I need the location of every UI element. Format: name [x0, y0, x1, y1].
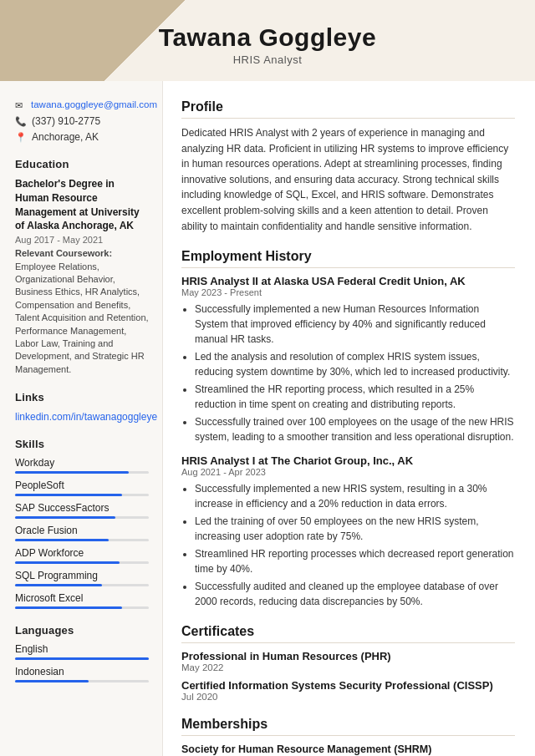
language-item: Indonesian: [15, 666, 149, 682]
skills-title: Skills: [15, 438, 149, 450]
job-title: HRIS Analyst II at Alaska USA Federal Cr…: [181, 275, 515, 287]
phone-icon: 📞: [15, 116, 27, 127]
email-icon: ✉: [15, 100, 26, 111]
skill-name: SQL Programming: [15, 570, 149, 581]
certificates-section: Certificates Professional in Human Resou…: [181, 624, 515, 702]
skill-bar-bg: [15, 539, 149, 541]
links-section: Links linkedin.com/in/tawanagoggleye: [15, 391, 149, 423]
skill-name: PeopleSoft: [15, 479, 149, 491]
cert-name: Professional in Human Resources (PHR): [181, 650, 515, 662]
skill-item: ADP Workforce: [15, 547, 149, 564]
language-item: English: [15, 643, 149, 660]
coursework-label: Relevant Coursework:: [15, 248, 112, 258]
skill-bar-bg: [15, 584, 149, 586]
cert-name: Certified Information Systems Security P…: [181, 679, 515, 692]
skill-bar-fill: [15, 561, 120, 564]
certs-list: Professional in Human Resources (PHR) Ma…: [181, 650, 515, 702]
memberships-title: Memberships: [181, 717, 515, 736]
memberships-section: Memberships Society for Human Resource M…: [181, 717, 515, 756]
language-bar-fill: [15, 657, 149, 660]
job-bullet: Led the analysis and resolution of compl…: [195, 349, 515, 379]
job-dates: May 2023 - Present: [181, 287, 515, 297]
skill-item: Oracle Fusion: [15, 525, 149, 541]
skill-bar-fill: [15, 516, 115, 519]
jobs-list: HRIS Analyst II at Alaska USA Federal Cr…: [181, 275, 515, 609]
phone-text: (337) 910-2775: [32, 115, 100, 127]
skill-item: PeopleSoft: [15, 479, 149, 496]
resume-container: Tawana Goggleye HRIS Analyst ✉ tawana.go…: [0, 0, 535, 756]
language-bar-fill: [15, 680, 89, 682]
languages-list: English Indonesian: [15, 643, 149, 682]
education-dates: Aug 2017 - May 2021: [15, 235, 149, 245]
candidate-title: HRIS Analyst: [33, 53, 502, 66]
skill-bar-fill: [15, 606, 122, 609]
memberships-list: Society for Human Resource Management (S…: [181, 743, 515, 756]
skill-name: Microsoft Excel: [15, 592, 149, 604]
job-dates: Aug 2021 - Apr 2023: [181, 467, 515, 477]
job-bullet: Streamlined the HR reporting process, wh…: [195, 382, 515, 412]
links-title: Links: [15, 391, 149, 403]
cert-block: Professional in Human Resources (PHR) Ma…: [181, 650, 515, 672]
skill-name: SAP SuccessFactors: [15, 502, 149, 514]
languages-section: Languages English Indonesian: [15, 624, 149, 682]
profile-section: Profile Dedicated HRIS Analyst with 2 ye…: [181, 99, 515, 234]
header: Tawana Goggleye HRIS Analyst: [0, 0, 535, 81]
education-title: Education: [15, 158, 149, 170]
skill-bar-bg: [15, 471, 149, 474]
skill-bar-bg: [15, 561, 149, 564]
main-content: Profile Dedicated HRIS Analyst with 2 ye…: [163, 81, 535, 756]
skill-name: Oracle Fusion: [15, 525, 149, 536]
skill-item: SQL Programming: [15, 570, 149, 586]
job-block: HRIS Analyst I at The Chariot Group, Inc…: [181, 454, 515, 609]
language-name: Indonesian: [15, 666, 149, 677]
location-icon: 📍: [15, 132, 27, 143]
education-section: Education Bachelor's Degree in Human Res…: [15, 158, 149, 376]
education-block: Bachelor's Degree in Human Resource Mana…: [15, 177, 149, 376]
job-bullet: Successfully audited and cleaned up the …: [195, 579, 515, 609]
skill-bar-fill: [15, 494, 122, 496]
languages-title: Languages: [15, 624, 149, 637]
degree-text: Bachelor's Degree in Human Resource Mana…: [15, 177, 149, 233]
job-bullet: Streamlined HR reporting processes which…: [195, 546, 515, 576]
job-title: HRIS Analyst I at The Chariot Group, Inc…: [181, 454, 515, 467]
location-text: Anchorage, AK: [32, 131, 99, 143]
skill-name: ADP Workforce: [15, 547, 149, 559]
skill-bar-fill: [15, 584, 102, 586]
job-bullet: Led the training of over 50 employees on…: [195, 514, 515, 544]
profile-text: Dedicated HRIS Analyst with 2 years of e…: [181, 125, 515, 234]
employment-section: Employment History HRIS Analyst II at Al…: [181, 249, 515, 609]
language-bar-bg: [15, 680, 149, 682]
language-name: English: [15, 643, 149, 655]
skill-bar-bg: [15, 606, 149, 609]
coursework-text: Relevant Coursework: Employee Relations,…: [15, 247, 149, 376]
employment-title: Employment History: [181, 249, 515, 268]
skill-bar-bg: [15, 516, 149, 519]
skill-bar-fill: [15, 471, 129, 474]
skill-name: Workday: [15, 457, 149, 469]
body: ✉ tawana.goggleye@gmail.com 📞 (337) 910-…: [0, 81, 535, 756]
membership-item: Society for Human Resource Management (S…: [181, 743, 515, 756]
skill-item: Workday: [15, 457, 149, 474]
job-bullet: Successfully trained over 100 employees …: [195, 414, 515, 444]
job-bullets: Successfully implemented a new Human Res…: [181, 302, 515, 444]
skill-bar-fill: [15, 539, 109, 541]
language-bar-bg: [15, 657, 149, 660]
sidebar: ✉ tawana.goggleye@gmail.com 📞 (337) 910-…: [0, 81, 163, 756]
email-link[interactable]: tawana.goggleye@gmail.com: [31, 99, 157, 109]
profile-title: Profile: [181, 99, 515, 119]
location-item: 📍 Anchorage, AK: [15, 131, 149, 143]
email-item: ✉ tawana.goggleye@gmail.com: [15, 99, 149, 111]
candidate-name: Tawana Goggleye: [33, 23, 502, 52]
job-bullets: Successfully implemented a new HRIS syst…: [181, 481, 515, 609]
linkedin-item: linkedin.com/in/tawanagoggleye: [15, 410, 149, 423]
skills-list: Workday PeopleSoft SAP SuccessFactors Or…: [15, 457, 149, 609]
job-bullet: Successfully implemented a new HRIS syst…: [195, 481, 515, 511]
coursework-content: Employee Relations, Organizational Behav…: [15, 261, 149, 374]
skills-section: Skills Workday PeopleSoft SAP SuccessFac…: [15, 438, 149, 609]
job-bullet: Successfully implemented a new Human Res…: [195, 302, 515, 347]
linkedin-link[interactable]: linkedin.com/in/tawanagoggleye: [15, 411, 157, 423]
skill-bar-bg: [15, 494, 149, 496]
cert-date: Jul 2020: [181, 692, 515, 702]
skill-item: Microsoft Excel: [15, 592, 149, 609]
cert-block: Certified Information Systems Security P…: [181, 679, 515, 702]
